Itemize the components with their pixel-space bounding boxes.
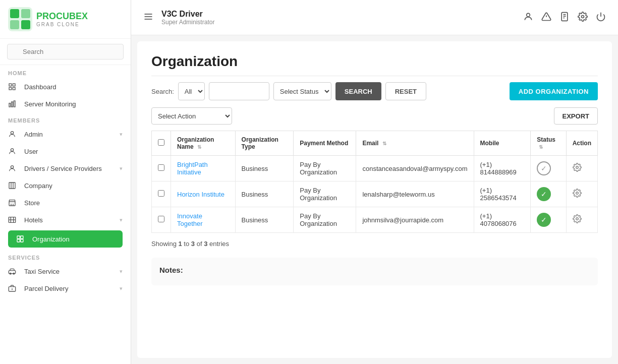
parcel-icon [8, 284, 19, 292]
svg-point-15 [11, 149, 13, 151]
logo-sub: GRAB CLONE [36, 22, 88, 27]
user-icon [8, 147, 19, 155]
sidebar-item-server-monitoring[interactable]: Server Monitoring [0, 95, 131, 112]
svg-rect-4 [21, 20, 30, 29]
search-input[interactable] [7, 44, 124, 59]
sidebar-item-hotels[interactable]: Hotels ▾ [0, 211, 131, 228]
power-icon[interactable] [596, 12, 606, 23]
building-icon [8, 181, 19, 190]
table-header-row: Organization Name ⇅ Organization Type Pa… [152, 131, 598, 156]
row2-org-name-link[interactable]: Horizon Institute [177, 191, 224, 198]
select-action-dropdown[interactable]: Select Action Delete [151, 107, 232, 125]
sidebar-item-dashboard[interactable]: Dashboard [0, 78, 131, 95]
row3-checkbox-cell [152, 207, 171, 233]
section-label-members: MEMBERS [0, 112, 131, 126]
sort-icon-email[interactable]: ⇅ [382, 141, 386, 146]
main-content: V3C Driver Super Administrator Organizat… [131, 0, 618, 364]
svg-rect-11 [9, 103, 11, 107]
row1-org-name-link[interactable]: BrightPath Initiative [177, 161, 208, 176]
table-row: BrightPath Initiative Business Pay By Or… [152, 156, 598, 181]
row1-checkbox[interactable] [158, 164, 164, 171]
chevron-down-icon: ▾ [120, 131, 123, 138]
row2-action-cell [566, 181, 597, 207]
hotel-icon [8, 216, 19, 224]
sidebar-item-parcel-delivery[interactable]: Parcel Delivery ▾ [0, 280, 131, 297]
row2-action-button[interactable] [573, 189, 582, 200]
svg-rect-9 [9, 87, 12, 90]
svg-point-39 [527, 13, 530, 17]
svg-point-14 [11, 132, 13, 134]
logo-text: PROCUBEX GRAB CLONE [36, 11, 88, 27]
settings-icon[interactable] [578, 12, 588, 23]
svg-rect-27 [17, 236, 20, 238]
topbar-title-main: V3C Driver [161, 10, 523, 19]
row2-email-cell: lenalsharp@teleworm.us [356, 181, 474, 207]
sidebar-item-taxi-label: Taxi Service [24, 268, 120, 275]
doc-icon[interactable] [559, 12, 570, 23]
page-content: Organization Search: All Select Status A… [137, 41, 612, 358]
sidebar-item-company[interactable]: Company [0, 177, 131, 194]
export-button[interactable]: EXPORT [554, 107, 598, 125]
alert-icon[interactable] [541, 12, 551, 23]
svg-point-49 [576, 192, 578, 195]
sidebar-item-drivers-service-providers[interactable]: Drivers / Service Providers ▾ [0, 160, 131, 177]
chevron-down-icon-2: ▾ [120, 165, 123, 172]
svg-rect-8 [13, 84, 15, 86]
search-text-input[interactable] [209, 82, 269, 100]
row1-mobile-cell: (+1) 8144888969 [474, 156, 531, 181]
sidebar-item-user[interactable]: User [0, 143, 131, 160]
row2-payment-cell: Pay By Organization [294, 181, 356, 207]
row3-payment-cell: Pay By Organization [294, 207, 356, 233]
topbar-icons [523, 12, 606, 23]
svg-point-50 [576, 218, 578, 220]
row2-checkbox-cell [152, 181, 171, 207]
svg-point-48 [576, 166, 578, 169]
row3-org-name-link[interactable]: Innovate Together [177, 212, 203, 227]
col-action: Action [566, 131, 597, 156]
svg-rect-13 [14, 101, 15, 107]
sidebar-item-organization[interactable]: Organization [8, 230, 123, 248]
row2-checkbox[interactable] [158, 190, 164, 197]
table-row: Innovate Together Business Pay By Organi… [152, 207, 598, 233]
menu-icon[interactable] [143, 12, 153, 23]
chevron-down-icon-4: ▾ [120, 268, 123, 275]
sort-icon-org-name[interactable]: ⇅ [197, 144, 201, 150]
logo-icon [8, 7, 32, 31]
notes-title: Notes: [159, 266, 590, 274]
row1-action-button[interactable] [573, 163, 582, 174]
search-button[interactable]: SEARCH [335, 82, 381, 100]
table-body: BrightPath Initiative Business Pay By Or… [152, 156, 598, 233]
user-circle-icon [8, 130, 19, 138]
row3-action-button[interactable] [573, 214, 582, 225]
store-icon [8, 199, 19, 207]
user-profile-icon[interactable] [523, 12, 533, 23]
sidebar-item-admin-label: Admin [24, 131, 120, 138]
sort-icon-status[interactable]: ⇅ [539, 144, 543, 150]
topbar-title: V3C Driver Super Administrator [161, 10, 523, 26]
row2-org-name-cell: Horizon Institute [171, 181, 236, 207]
row3-org-name-cell: Innovate Together [171, 207, 236, 233]
col-payment-method: Payment Method [294, 131, 356, 156]
status-dropdown[interactable]: Select Status Active Inactive [273, 82, 331, 100]
reset-button[interactable]: RESET [385, 82, 426, 100]
add-organization-button[interactable]: ADD ORGANIZATION [510, 82, 598, 100]
select-all-checkbox[interactable] [158, 139, 164, 146]
search-container [0, 39, 131, 65]
search-type-dropdown[interactable]: All [178, 82, 205, 100]
svg-rect-1 [10, 9, 19, 18]
col-checkbox [152, 131, 171, 156]
svg-rect-10 [13, 87, 15, 90]
sidebar-item-parcel-label: Parcel Delivery [24, 285, 120, 292]
topbar: V3C Driver Super Administrator [131, 0, 618, 35]
svg-rect-20 [9, 202, 15, 206]
sidebar-item-taxi-service[interactable]: Taxi Service ▾ [0, 263, 131, 280]
sidebar-item-store[interactable]: Store [0, 194, 131, 211]
sidebar-item-admin[interactable]: Admin ▾ [0, 126, 131, 143]
row2-status-cell: ✓ [531, 181, 566, 207]
row3-checkbox[interactable] [158, 216, 164, 222]
driver-icon [8, 164, 19, 172]
col-mobile: Mobile [474, 131, 531, 156]
row3-mobile-cell: (+1) 4078068076 [474, 207, 531, 233]
chart-icon [8, 100, 19, 108]
row1-org-name-cell: BrightPath Initiative [171, 156, 236, 181]
